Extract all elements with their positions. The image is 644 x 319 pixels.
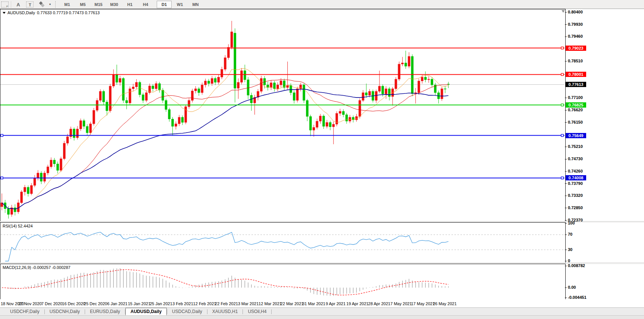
chevron-down-icon: ▾ xyxy=(49,3,51,6)
price-tick-label: 0.74260 xyxy=(568,169,583,173)
arrow-style-tool-button[interactable]: ▾ xyxy=(38,1,51,8)
price-tick-label: 0.79930 xyxy=(568,22,583,27)
rsi-indicator-label: RSI(14) 52.4424 xyxy=(3,224,33,228)
chart-tab-usdcad[interactable]: USDCAD,Daily xyxy=(167,308,207,315)
symbol-label: AUDUSD,Daily xyxy=(7,10,35,15)
date-tick-label: 22 Mar 2021 xyxy=(281,301,304,306)
date-tick-label: 15 Jan 2021 xyxy=(128,301,151,306)
date-tick-label: 12 Mar 2021 xyxy=(259,301,282,306)
date-tick-label: 7 May 2021 xyxy=(390,301,412,306)
date-tick-label: 26 May 2021 xyxy=(433,301,457,306)
date-tick-label: 25 Dec 2020 xyxy=(84,301,107,306)
price-tick-label: 0.79460 xyxy=(568,34,583,38)
dock-handle-label: F xyxy=(6,5,8,8)
price-badge: 0.79023 xyxy=(566,46,586,51)
collapse-arrow-icon[interactable] xyxy=(3,12,6,14)
macd-indicator-label: MACD(12,26,9) -0.000257 -0.000287 xyxy=(3,265,71,270)
toolbar-dock-handle-icon[interactable]: F xyxy=(1,1,9,7)
price-tick-label: 0.77100 xyxy=(568,95,583,100)
date-tick-label: 3 Mar 2021 xyxy=(238,301,259,306)
mt4-window: F A T ▾ M1M5M15M30H1H4D1W1MN AUDUSD,Dail… xyxy=(0,0,644,319)
rsi-tick-label: 30 xyxy=(568,247,572,252)
timeframe-button-w1[interactable]: W1 xyxy=(172,1,187,8)
chart-tab-eurusd[interactable]: EURUSD,Daily xyxy=(85,308,125,315)
rsi-pane[interactable] xyxy=(0,222,566,263)
date-tick-label: 25 Jan 2021 xyxy=(150,301,172,306)
chart-tab-usdcnh[interactable]: USDCNH,Daily xyxy=(45,308,85,315)
chart-tab-xauusd[interactable]: XAUUSD,H1 xyxy=(207,308,243,315)
date-tick-label: 17 May 2021 xyxy=(411,301,435,306)
date-tick-label: 27 Nov 2020 xyxy=(18,301,41,306)
date-tick-label: 19 Apr 2021 xyxy=(346,301,368,306)
main-chart-pane[interactable] xyxy=(0,9,566,222)
price-tick-label: 0.75210 xyxy=(568,144,583,149)
text-tool-button[interactable]: T xyxy=(26,1,34,7)
price-badge: 0.76825 xyxy=(566,102,586,108)
toolbar-separator xyxy=(11,1,11,8)
date-tick-label: 7 Dec 2020 xyxy=(41,301,62,306)
date-axis: 18 Nov 202027 Nov 20207 Dec 202016 Dec 2… xyxy=(0,299,644,307)
price-tick-label: 0.78510 xyxy=(568,59,583,63)
timeframe-button-h4[interactable]: H4 xyxy=(138,1,153,8)
date-tick-label: 6 Jan 2021 xyxy=(107,301,127,306)
price-tick-label: 0.72850 xyxy=(568,205,583,210)
timeframe-button-m5[interactable]: M5 xyxy=(75,1,90,8)
date-tick-label: 28 Apr 2021 xyxy=(368,301,390,306)
label-tool-button[interactable]: A xyxy=(13,1,23,8)
ohlc-values: 0.77633 0.77719 0.77473 0.77613 xyxy=(37,10,100,15)
timeframe-button-d1[interactable]: D1 xyxy=(157,1,172,8)
macd-tick-label: 0.00 xyxy=(568,285,576,289)
price-badge: 0.75649 xyxy=(566,133,586,138)
rsi-tick-label: 70 xyxy=(568,232,572,236)
price-tick-label: 0.80400 xyxy=(568,10,583,14)
tab-separator xyxy=(271,309,272,314)
timeframe-button-mn[interactable]: MN xyxy=(188,1,203,8)
chart-tab-bar: USDCHF,DailyUSDCNH,DailyEURUSD,DailyAUDU… xyxy=(0,307,644,315)
rsi-name: RSI(14) xyxy=(3,224,17,228)
toolbar: F A T ▾ M1M5M15M30H1H4D1W1MN xyxy=(0,0,644,9)
macd-name: MACD(12,26,9) xyxy=(3,265,31,270)
price-tick-label: 0.73320 xyxy=(568,193,583,198)
timeframe-toolbar: M1M5M15M30H1H4D1W1MN xyxy=(60,1,203,8)
price-tick-label: 0.76620 xyxy=(568,108,583,112)
macd-tick-label: -0.004451 xyxy=(568,295,587,300)
date-tick-label: 9 Apr 2021 xyxy=(326,301,346,306)
timeframe-button-m15[interactable]: M15 xyxy=(91,1,106,8)
macd-values: -0.000257 -0.000287 xyxy=(32,265,70,270)
toolbar-drag-handle[interactable] xyxy=(55,1,57,8)
timeframe-button-h1[interactable]: H1 xyxy=(122,1,137,8)
timeframe-button-m1[interactable]: M1 xyxy=(60,1,75,8)
price-badge: 0.78001 xyxy=(566,72,586,77)
chart-title: AUDUSD,Daily 0.77633 0.77719 0.77473 0.7… xyxy=(3,10,100,15)
chart-tab-usoil[interactable]: USOil,H4 xyxy=(243,308,271,315)
price-badge: 0.77613 xyxy=(566,82,586,87)
date-tick-label: 31 Mar 2021 xyxy=(302,301,325,306)
rsi-value: 52.4424 xyxy=(18,224,33,228)
chart-tab-audusd[interactable]: AUDUSD,Daily xyxy=(125,308,167,315)
timeframe-button-m30[interactable]: M30 xyxy=(107,1,122,8)
status-strip xyxy=(0,315,644,319)
price-tick-label: 0.73790 xyxy=(568,181,583,186)
rsi-tick-label: 0 xyxy=(568,258,570,263)
chart-tab-usdchf[interactable]: USDCHF,Daily xyxy=(5,308,44,315)
price-tick-label: 0.76150 xyxy=(568,120,583,124)
rsi-tick-label: 100 xyxy=(568,221,575,225)
macd-pane[interactable] xyxy=(0,264,566,300)
macd-tick-label: 0.008782 xyxy=(568,263,585,268)
price-tick-label: 0.74730 xyxy=(568,157,583,161)
date-tick-label: 3 Feb 2021 xyxy=(172,301,193,306)
date-tick-label: 22 Feb 2021 xyxy=(215,301,238,306)
date-tick-label: 16 Dec 2020 xyxy=(62,301,85,306)
price-badge: 0.74008 xyxy=(566,175,586,180)
date-tick-label: 12 Feb 2021 xyxy=(193,301,216,306)
